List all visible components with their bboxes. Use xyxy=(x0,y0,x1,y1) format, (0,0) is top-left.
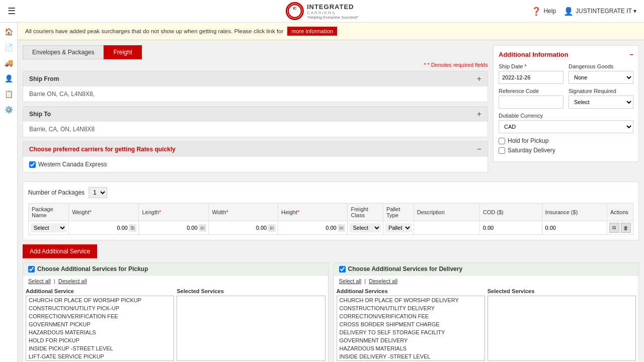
tab-freight[interactable]: Freight xyxy=(104,45,141,59)
signature-required-select[interactable]: Select Required Not Required xyxy=(569,96,633,109)
pkg-cod-input[interactable] xyxy=(482,224,540,232)
pickup-additional-list-area: Additional Service CHURCH OR PLACE OF WO… xyxy=(26,287,174,361)
pickup-deselect-all-link[interactable]: Deselect all xyxy=(58,278,87,284)
pkg-pallet-type-cell: Pallet xyxy=(383,221,414,235)
ship-to-header: Ship To + xyxy=(23,107,488,122)
logo-tagline: "Helping Everyone Succeed" xyxy=(307,15,358,20)
delivery-selected-label: Selected Services xyxy=(488,287,636,296)
pickup-services-checkbox[interactable] xyxy=(28,266,35,273)
content-area: Envelopes & Packages Freight * * Denotes… xyxy=(18,40,644,182)
required-note: * * Denotes required fields xyxy=(23,62,488,68)
additional-info-title: Additional Information xyxy=(499,51,569,58)
pkg-insurance-input[interactable] xyxy=(544,224,605,232)
sidebar-truck-icon[interactable]: 🚚 xyxy=(5,59,13,67)
dutiable-currency-label: Dutiable Currency xyxy=(499,113,633,119)
signature-required-group: Signature Required Select Required Not R… xyxy=(569,88,633,109)
user-icon: 👤 xyxy=(564,7,574,16)
list-item[interactable]: CONSTRUCTION/UTILITY PICK-UP xyxy=(26,304,174,312)
dangerous-goods-select[interactable]: None Yes xyxy=(569,71,633,84)
ship-to-section: Ship To + Barrie, CA, ON, L4N8X8 xyxy=(23,106,488,137)
list-item[interactable]: CHURCH OR PLACE OF WORSHIP PICKUP xyxy=(26,296,174,304)
list-item[interactable]: INSIDE PICKUP -STREET LEVEL xyxy=(26,344,174,352)
sidebar-settings-icon[interactable]: ⚙️ xyxy=(5,106,13,114)
list-item[interactable]: CHURCH OR PLACE OF WORSHIP DELIVERY xyxy=(337,296,485,304)
pkg-freight-class-select[interactable]: Select xyxy=(350,223,380,232)
delivery-services-checkbox[interactable] xyxy=(339,266,346,273)
pkg-pallet-type-select[interactable]: Pallet xyxy=(385,223,412,232)
tabs: Envelopes & Packages Freight xyxy=(23,45,488,59)
sidebar-list-icon[interactable]: 📋 xyxy=(5,90,13,98)
list-item[interactable]: DELIVERY TO SELF STORAGE FACILITY xyxy=(337,328,485,336)
length-unit: in xyxy=(199,224,207,232)
more-info-button[interactable]: more information xyxy=(287,27,337,36)
delivery-select-deselect: Select all | Deselect all xyxy=(334,276,639,287)
delivery-services-list[interactable]: CHURCH OR PLACE OF WORSHIP DELIVERYCONST… xyxy=(337,296,485,361)
delete-row-button[interactable]: 🗑 xyxy=(621,223,631,233)
reference-code-group: Reference Code xyxy=(499,88,564,109)
list-item[interactable]: CORRECTION/VERIFICATION FEE xyxy=(26,312,174,320)
add-additional-service-button[interactable]: Add Additional Service xyxy=(23,244,97,258)
ship-to-expand-button[interactable]: + xyxy=(477,110,481,119)
help-link[interactable]: ❓ Help xyxy=(531,7,556,16)
dangerous-goods-group: Dangerous Goods None Yes xyxy=(569,63,633,84)
number-of-packages-label: Number of Packages xyxy=(28,189,85,196)
collapse-icon[interactable]: − xyxy=(629,51,633,58)
tab-envelopes[interactable]: Envelopes & Packages xyxy=(23,45,104,59)
hamburger-icon: ☰ xyxy=(8,6,16,16)
saturday-delivery-checkbox[interactable] xyxy=(499,147,505,154)
copy-row-button[interactable]: ⧉ xyxy=(609,223,619,233)
col-cod: COD ($) xyxy=(479,204,542,221)
pkg-width-input[interactable] xyxy=(211,224,268,232)
pickup-services-header: Choose Additional Services for Pickup xyxy=(23,263,328,276)
help-icon: ❓ xyxy=(531,7,541,16)
number-of-packages-select[interactable]: 1 2 3 xyxy=(89,187,107,198)
delivery-services-header: Choose Additional Services for Delivery xyxy=(334,263,639,276)
ship-from-expand-button[interactable]: + xyxy=(477,74,481,83)
list-item[interactable]: GOVERNMENT DELIVERY xyxy=(337,336,485,344)
carrier-checkbox-label: Western Canada Express xyxy=(29,161,481,168)
pickup-services-list[interactable]: CHURCH OR PLACE OF WORSHIP PICKUPCONSTRU… xyxy=(26,296,174,361)
dutiable-currency-select[interactable]: CAD USD xyxy=(499,120,633,133)
pickup-selected-services xyxy=(177,296,325,361)
list-item[interactable]: CORRECTION/VERIFICATION FEE xyxy=(337,312,485,320)
pkg-description-input[interactable] xyxy=(416,224,477,232)
list-item[interactable]: CROSS BORDER SHIPMENT CHARGE xyxy=(337,320,485,328)
carrier-checkbox-input[interactable] xyxy=(29,161,36,168)
height-unit: in xyxy=(338,224,346,232)
pkg-name-select[interactable]: Select xyxy=(31,223,66,232)
pickup-select-all-link[interactable]: Select all xyxy=(28,278,51,284)
signature-required-label: Signature Required xyxy=(569,88,633,94)
list-item[interactable]: INSIDE DELIVERY -STREET LEVEL xyxy=(337,352,485,360)
list-item[interactable]: HOLD FOR PICKUP xyxy=(26,336,174,344)
ship-from-body: Barrie ON, CA, L4N8X8, xyxy=(23,86,488,102)
dutiable-currency-group: Dutiable Currency CAD USD xyxy=(499,113,633,133)
pkg-height-input[interactable] xyxy=(280,224,338,232)
hamburger-button[interactable]: ☰ xyxy=(8,6,16,17)
user-area[interactable]: 👤 JUSTINTEGRATE IT ▾ xyxy=(564,7,636,16)
ship-from-header: Ship From + xyxy=(23,71,488,86)
list-item[interactable]: HAZARDOUS MATERIALS xyxy=(26,328,174,336)
list-item[interactable]: LIFT-GATE SERVICE PICKUP xyxy=(26,352,174,360)
pkg-length-input[interactable] xyxy=(141,224,198,232)
col-height: Height* xyxy=(278,204,348,221)
list-item[interactable]: GOVERNMENT PICKUP xyxy=(26,320,174,328)
delivery-services-title: Choose Additional Services for Delivery xyxy=(348,265,463,273)
list-item[interactable]: MINE SITE PICKUP xyxy=(26,360,174,361)
delivery-select-all-link[interactable]: Select all xyxy=(339,278,362,284)
hold-for-pickup-checkbox[interactable] xyxy=(499,138,505,144)
reference-row: Reference Code Signature Required Select… xyxy=(499,88,633,109)
sidebar-home-icon[interactable]: 🏠 xyxy=(5,28,13,36)
ship-date-input[interactable] xyxy=(499,71,564,84)
pkg-weight-input[interactable] xyxy=(71,224,128,232)
carrier-section-label: Choose preferred carriers for getting Ra… xyxy=(29,146,176,153)
sidebar-user-icon[interactable]: 👤 xyxy=(5,74,13,82)
sidebar-docs-icon[interactable]: 📄 xyxy=(5,43,13,51)
delivery-deselect-all-link[interactable]: Deselect all xyxy=(369,278,397,284)
list-item[interactable]: CONSTRUCTION/UTILITY DELIVERY xyxy=(337,304,485,312)
services-section: Choose Additional Services for Pickup Se… xyxy=(23,262,639,362)
list-item[interactable]: HAZARDOUS MATERIALS xyxy=(337,344,485,352)
col-freight-class: Freight Class xyxy=(348,204,383,221)
list-item[interactable]: LIFT-GATE SERVICE DELIVERY xyxy=(337,360,485,361)
reference-code-input[interactable] xyxy=(499,96,564,109)
carrier-collapse-button[interactable]: − xyxy=(477,145,481,154)
